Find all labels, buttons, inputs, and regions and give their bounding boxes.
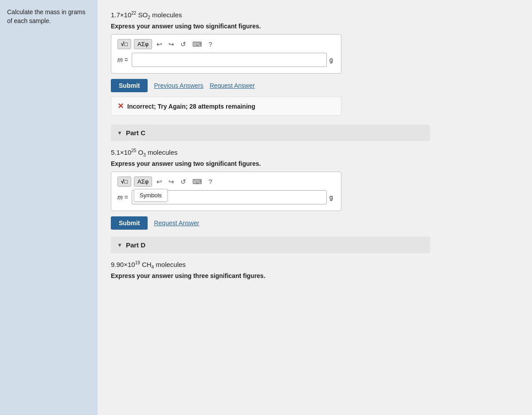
part-b-toolbar: √□ AΣφ ↩ ↪ ↺ ⌨ ? (117, 39, 335, 49)
refresh-icon[interactable]: ↺ (179, 39, 188, 49)
keyboard-icon[interactable]: ⌨ (191, 39, 204, 49)
part-c-m-label: m = (117, 194, 129, 201)
part-c-keyboard-icon[interactable]: ⌨ (191, 177, 204, 187)
part-b-m-label: m = (117, 56, 129, 63)
part-c-instruction: Express your answer using two significan… (111, 160, 519, 167)
part-c-help-icon[interactable]: ? (207, 177, 214, 186)
part-c-request-answer[interactable]: Request Answer (154, 219, 199, 227)
part-c-label: Part C (126, 129, 145, 137)
redo-icon[interactable]: ↪ (167, 39, 176, 49)
help-icon[interactable]: ? (207, 39, 214, 49)
part-b-action-row: Submit Previous Answers Request Answer (111, 79, 341, 92)
part-d-instruction: Express your answer using three signific… (111, 272, 519, 279)
part-b-unit: g (329, 56, 335, 63)
part-b-instruction: Express your answer using two significan… (111, 23, 519, 30)
part-c-submit-btn[interactable]: Submit (111, 216, 148, 230)
part-d-arrow: ▼ (117, 242, 122, 248)
part-c-molecule: 5.1×1025 O3 molecules (111, 148, 519, 157)
part-c-redo-icon[interactable]: ↪ (167, 177, 176, 187)
part-b-submit-btn[interactable]: Submit (111, 79, 148, 92)
part-c-unit: g (329, 194, 335, 201)
part-b-input-row: m = g (117, 53, 335, 67)
part-b-request-answer[interactable]: Request Answer (210, 82, 255, 89)
part-c-toolbar: √□ AΣφ Symbols ↩ ↪ ↺ ⌨ ? (117, 176, 335, 187)
instruction-text: Calculate the mass in grams of each samp… (7, 8, 86, 24)
left-panel: Calculate the mass in grams of each samp… (0, 0, 98, 415)
part-c-answer-box: √□ AΣφ Symbols ↩ ↪ ↺ ⌨ ? m = g (111, 172, 341, 211)
part-b-molecule: 1.7×1022 SO2 molecules (111, 11, 519, 20)
part-c-undo-icon[interactable]: ↩ (155, 177, 164, 187)
part-c-math-input-btn[interactable]: √□ (117, 176, 131, 187)
symbols-popup: Symbols (134, 189, 168, 202)
part-c-header[interactable]: ▼ Part C (111, 125, 430, 141)
part-d-molecule: 9.90×1019 CH4 molecules (111, 260, 519, 270)
main-panel: 1.7×1022 SO2 molecules Express your answ… (98, 0, 532, 415)
part-b-block: 1.7×1022 SO2 molecules Express your answ… (111, 11, 519, 116)
part-d-label: Part D (126, 241, 145, 249)
part-c-arrow: ▼ (117, 130, 122, 136)
part-b-answer-box: √□ AΣφ ↩ ↪ ↺ ⌨ ? m = g (111, 34, 341, 74)
part-b-previous-answers[interactable]: Previous Answers (154, 82, 203, 89)
math-input-btn[interactable]: √□ (117, 39, 131, 49)
part-c-block: 5.1×1025 O3 molecules Express your answe… (111, 148, 519, 230)
part-b-answer-input[interactable] (132, 53, 327, 67)
symbols-btn[interactable]: AΣφ (134, 39, 152, 49)
part-c-refresh-icon[interactable]: ↺ (179, 177, 188, 187)
part-c-symbols-btn[interactable]: AΣφ (134, 176, 152, 187)
feedback-x-icon: ✕ (117, 102, 124, 111)
part-c-symbols-wrapper: AΣφ Symbols (134, 176, 152, 187)
part-d-block: 9.90×1019 CH4 molecules Express your ans… (111, 260, 519, 279)
part-c-action-row: Submit Request Answer (111, 216, 341, 230)
feedback-message: Incorrect; Try Again; 28 attempts remain… (127, 103, 255, 110)
undo-icon[interactable]: ↩ (155, 39, 164, 49)
part-d-header[interactable]: ▼ Part D (111, 237, 430, 253)
part-b-feedback: ✕ Incorrect; Try Again; 28 attempts rema… (111, 97, 341, 116)
